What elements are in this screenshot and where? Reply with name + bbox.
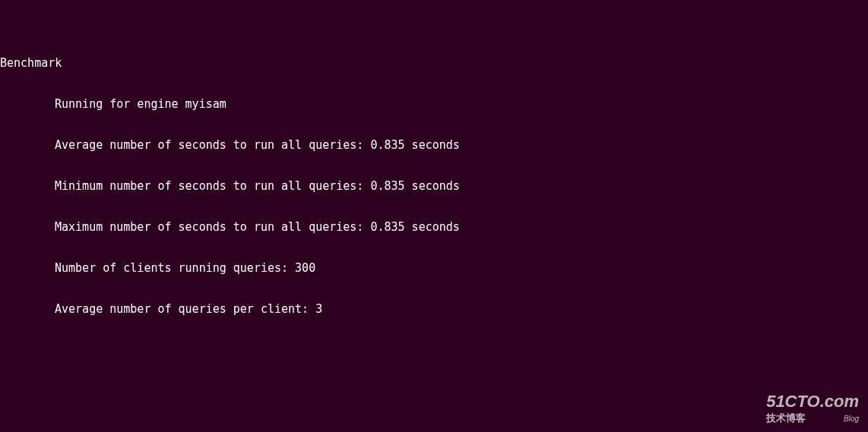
watermark-chinese-text: 技术博客 [766, 412, 806, 425]
benchmark-header: Benchmark [0, 56, 868, 70]
benchmark-clients: Number of clients running queries: 300 [0, 261, 868, 275]
benchmark-queries-per-client: Average number of queries per client: 3 [0, 302, 868, 316]
terminal-output: Benchmark Running for engine myisam Aver… [0, 2, 868, 432]
watermark-main-text: 51CTO.com [766, 393, 859, 410]
benchmark-engine-line: Running for engine myisam [0, 97, 868, 111]
blank-line [0, 371, 868, 384]
benchmark-min-seconds: Minimum number of seconds to run all que… [0, 179, 868, 193]
watermark-blog-text: Blog [844, 412, 859, 426]
benchmark-max-seconds: Maximum number of seconds to run all que… [0, 220, 868, 234]
watermark-sub: 技术博客 Blog [766, 412, 859, 426]
benchmark-block: Benchmark Running for engine myisam Aver… [0, 29, 868, 343]
benchmark-avg-seconds: Average number of seconds to run all que… [0, 138, 868, 152]
watermark: 51CTO.com 技术博客 Blog [766, 393, 859, 426]
benchmark-block: Benchmark Running for engine myisam Aver… [0, 412, 868, 432]
